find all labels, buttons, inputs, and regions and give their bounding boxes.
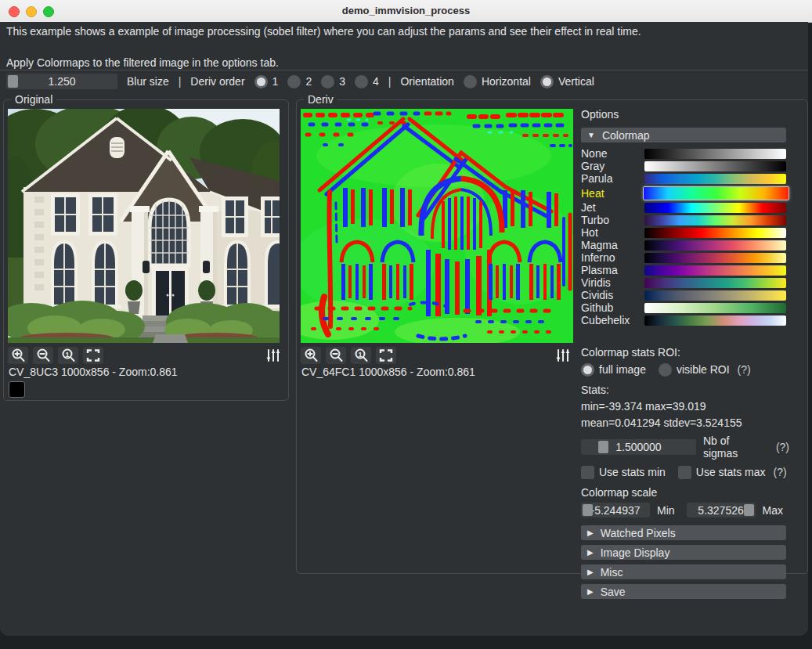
window-title: demo_immvision_process [0, 0, 812, 22]
radio-label: 4 [373, 75, 379, 88]
colormap-name: None [581, 147, 644, 160]
radio-label: full image [599, 363, 646, 376]
colormap-name: Github [581, 301, 644, 314]
fit-view-icon[interactable] [83, 347, 103, 364]
chevron-right-icon: ▶ [587, 587, 594, 596]
stats-roi-help[interactable]: (?) [738, 363, 751, 376]
radio-circle [659, 363, 672, 377]
colormap-row-viridis[interactable]: Viridis [581, 276, 789, 289]
scale-max-slider[interactable]: 5.327526 [687, 503, 756, 517]
colormap-gradient-bar [644, 265, 786, 276]
toolbar-separator: | [179, 75, 182, 88]
radio-circle [464, 75, 477, 88]
chevron-right-icon: ▶ [587, 528, 594, 537]
deriv-order-4[interactable]: 4 [355, 75, 379, 88]
colormap-stats-roi-label: Colormap stats ROI: [581, 346, 789, 359]
checkbox-box [581, 466, 594, 479]
colormap-header[interactable]: ▼ Colormap [581, 128, 786, 142]
slider-grab[interactable] [8, 75, 18, 88]
section-header-save[interactable]: ▶Save [581, 584, 786, 599]
checkbox-label: Use stats min [599, 466, 666, 478]
colormap-gradient-bar [644, 228, 786, 238]
orientation-vertical[interactable]: Vertical [540, 75, 594, 88]
colormap-name: Cubehelix [581, 314, 644, 326]
adjust-levels-icon[interactable] [263, 347, 283, 364]
colormap-row-heat[interactable]: Heat [581, 185, 789, 201]
deriv-order-radio-group: 1234 [254, 75, 379, 88]
checkbox-label: Use stats max [696, 466, 766, 478]
blur-size-label: Blur size [127, 75, 169, 88]
colormap-gradient-bar [644, 174, 786, 184]
colormap-row-hot[interactable]: Hot [581, 226, 789, 239]
radio-label: visible ROI [677, 363, 730, 376]
app-window: demo_immvision_process This example show… [0, 0, 812, 649]
adjust-levels-icon[interactable] [553, 347, 573, 364]
nb-sigmas-slider[interactable]: 1.500000 [581, 439, 696, 455]
nb-sigmas-value: 1.500000 [615, 441, 661, 453]
deriv-image-toolbar: 1 [301, 346, 573, 365]
colormap-name: Hot [581, 226, 644, 239]
colormap-gradient-bar [644, 215, 786, 225]
colormap-row-none[interactable]: None [581, 147, 789, 160]
checkbox-help[interactable]: (?) [774, 466, 787, 478]
house-photo-graphic [8, 109, 280, 343]
scale-min-value: -5.244937 [590, 504, 640, 517]
stats-roi-radio-group: full imagevisible ROI(?) [581, 362, 789, 377]
fit-view-icon[interactable] [376, 347, 396, 364]
section-header-image-display[interactable]: ▶Image Display [581, 545, 786, 560]
intro-line-2: Apply Colormaps to the filtered image in… [6, 56, 279, 69]
colormap-row-gray[interactable]: Gray [581, 160, 789, 172]
checkbox-use-stats-min[interactable]: Use stats min [581, 466, 666, 479]
slider-grab[interactable] [598, 441, 608, 453]
original-image-caption: CV_8UC3 1000x856 - Zoom:0.861 [9, 366, 178, 378]
radio-circle [355, 75, 368, 88]
deriv-order-1[interactable]: 1 [254, 75, 279, 88]
scale-min-slider[interactable]: -5.244937 [581, 503, 650, 517]
colormap-row-cividis[interactable]: Cividis [581, 289, 789, 301]
slider-grab[interactable] [583, 504, 593, 516]
colormap-row-turbo[interactable]: Turbo [581, 214, 789, 226]
stats-roi-visible-roi[interactable]: visible ROI [659, 363, 730, 377]
deriv-order-label: Deriv order [190, 75, 244, 88]
toolbar-separator-2: | [388, 75, 392, 88]
colormap-gradient-bar [644, 303, 786, 313]
radio-circle [321, 75, 334, 88]
chevron-down-icon: ▼ [587, 131, 595, 139]
section-header-misc[interactable]: ▶Misc [581, 564, 786, 579]
colormap-name: Cividis [581, 289, 644, 301]
colormap-row-github[interactable]: Github [581, 301, 789, 314]
stats-roi-full-image[interactable]: full image [581, 363, 646, 377]
blur-size-slider[interactable]: 1.250 [6, 74, 117, 89]
zoom-out-icon[interactable] [326, 347, 346, 364]
checkbox-use-stats-max[interactable]: Use stats max [678, 466, 766, 479]
colormap-row-jet[interactable]: Jet [581, 201, 789, 214]
zoom-original-icon[interactable]: 1 [351, 347, 371, 364]
color-swatch[interactable] [9, 381, 25, 398]
stats-title: Stats: [581, 384, 789, 396]
colormap-row-plasma[interactable]: Plasma [581, 264, 789, 276]
deriv-image[interactable] [301, 109, 573, 343]
options-title: Options [581, 108, 789, 121]
zoom-original-icon[interactable]: 1 [58, 347, 78, 364]
section-header-watched-pixels[interactable]: ▶Watched Pixels [581, 525, 786, 540]
original-image[interactable] [8, 109, 280, 343]
slider-grab[interactable] [744, 504, 754, 516]
zoom-out-icon[interactable] [33, 347, 53, 364]
deriv-order-3[interactable]: 3 [321, 75, 345, 88]
deriv-image-caption: CV_64FC1 1000x856 - Zoom:0.861 [301, 366, 475, 378]
deriv-order-2[interactable]: 2 [287, 75, 312, 88]
scale-max-value: 5.327526 [698, 504, 743, 517]
svg-text:1: 1 [358, 351, 362, 359]
nb-sigmas-row: 1.500000 Nb of sigmas (?) [581, 434, 789, 460]
chevron-right-icon: ▶ [587, 548, 594, 557]
nb-sigmas-help[interactable]: (?) [776, 441, 789, 453]
colormap-name: Inferno [581, 251, 644, 264]
zoom-in-icon[interactable] [8, 347, 28, 364]
zoom-in-icon[interactable] [301, 347, 321, 364]
colormap-gradient-bar [644, 161, 786, 171]
colormap-row-magma[interactable]: Magma [581, 239, 789, 251]
colormap-row-inferno[interactable]: Inferno [581, 251, 789, 264]
colormap-row-cubehelix[interactable]: Cubehelix [581, 314, 789, 326]
orientation-horizontal[interactable]: Horizontal [464, 75, 531, 88]
colormap-row-parula[interactable]: Parula [581, 172, 789, 185]
